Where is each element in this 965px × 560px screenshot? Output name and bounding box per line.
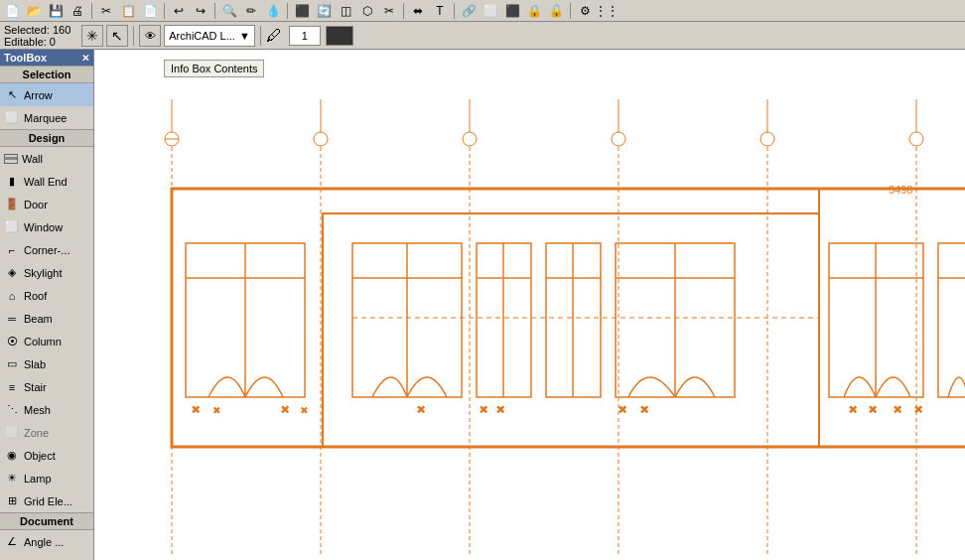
svg-text:✕: ✕ xyxy=(213,406,220,415)
dropper-icon[interactable]: 💧 xyxy=(263,1,283,21)
tool-stair[interactable]: ≡ Stair xyxy=(0,375,93,398)
canvas-area[interactable]: Info Box Contents xyxy=(94,50,965,560)
unlock-icon[interactable]: 🔓 xyxy=(546,1,566,21)
tool-mesh[interactable]: ⋱ Mesh xyxy=(0,398,93,421)
arrow-label: Arrow xyxy=(24,89,53,101)
toolbox: ToolBox ✕ Selection ↖ Arrow ⬜ Marquee De… xyxy=(0,50,94,560)
redo-icon[interactable]: ↪ xyxy=(191,1,210,21)
tool-object[interactable]: ◉ Object xyxy=(0,444,93,467)
sep4 xyxy=(287,3,288,19)
sep8 xyxy=(133,26,134,46)
section-selection: Selection xyxy=(0,66,93,83)
tool-roof[interactable]: ⌂ Roof xyxy=(0,284,93,307)
archicad-dropdown[interactable]: ArchiCAD L... ▼ xyxy=(164,25,255,47)
tool-zone[interactable]: ⬜ Zone xyxy=(0,421,93,444)
dimension-icon[interactable]: ⬌ xyxy=(408,1,428,21)
rotate-icon[interactable]: 🔄 xyxy=(314,1,334,21)
svg-text:✕: ✕ xyxy=(281,404,289,415)
svg-text:✕: ✕ xyxy=(417,404,425,415)
toolbar-second: Selected: 160 Editable: 0 ✳ ↖ 👁 ArchiCAD… xyxy=(0,22,965,50)
tool-grid-ele[interactable]: ⊞ Grid Ele... xyxy=(0,490,93,512)
new-icon[interactable]: 📄 xyxy=(2,1,22,21)
more-icon[interactable]: ⋮⋮ xyxy=(597,1,617,21)
stair-label: Stair xyxy=(24,381,47,393)
undo-icon[interactable]: ↩ xyxy=(169,1,189,21)
pen-number-input[interactable] xyxy=(289,26,321,46)
pen-icon[interactable]: ✏ xyxy=(241,1,261,21)
pen-color-box[interactable] xyxy=(326,26,353,46)
text-icon[interactable]: T xyxy=(430,1,450,21)
slab-label: Slab xyxy=(24,358,46,370)
object-label: Object xyxy=(24,450,56,462)
mirror-icon[interactable]: ◫ xyxy=(336,1,355,21)
trim-icon[interactable]: ✂ xyxy=(379,1,399,21)
grid-ele-icon: ⊞ xyxy=(4,493,20,509)
tool-skylight[interactable]: ◈ Skylight xyxy=(0,261,93,284)
toolbox-header: ToolBox ✕ xyxy=(0,50,93,66)
tool-column[interactable]: ⦿ Column xyxy=(0,330,93,352)
angle-label: Angle ... xyxy=(24,536,64,548)
toolbox-close-btn[interactable]: ✕ xyxy=(81,53,89,64)
tool-beam[interactable]: ═ Beam xyxy=(0,307,93,330)
pen-indicator: 🖊 xyxy=(266,27,282,45)
svg-text:✕: ✕ xyxy=(849,404,857,415)
sep5 xyxy=(403,3,404,19)
zone-icon: ⬜ xyxy=(4,425,20,441)
selection-settings-btn[interactable]: ✳ xyxy=(81,25,103,47)
roof-icon: ⌂ xyxy=(4,288,20,304)
window-label: Window xyxy=(24,221,63,233)
selection-arrow-btn[interactable]: ↖ xyxy=(106,25,128,47)
cut-icon[interactable]: ✂ xyxy=(96,1,116,21)
settings-icon[interactable]: ⚙ xyxy=(575,1,595,21)
print-icon[interactable]: 🖨 xyxy=(68,1,87,21)
tool-angle[interactable]: ∠ Angle ... xyxy=(0,530,93,553)
mesh-icon: ⋱ xyxy=(4,402,20,418)
zoom-icon[interactable]: 🔍 xyxy=(219,1,239,21)
sep7 xyxy=(570,3,571,19)
svg-point-11 xyxy=(909,132,923,146)
corner-label: Corner-... xyxy=(24,244,69,256)
tool-corner[interactable]: ⌐ Corner-... xyxy=(0,238,93,261)
open-icon[interactable]: 📂 xyxy=(24,1,44,21)
toolbox-title: ToolBox xyxy=(4,52,47,64)
marquee-label: Marquee xyxy=(24,112,67,124)
svg-rect-23 xyxy=(323,213,819,447)
wall-label: Wall xyxy=(22,153,43,165)
sep6 xyxy=(454,3,455,19)
eye-btn[interactable]: 👁 xyxy=(139,25,161,47)
svg-text:✕: ✕ xyxy=(619,404,626,415)
svg-text:✕: ✕ xyxy=(496,404,504,415)
grid-ele-label: Grid Ele... xyxy=(24,495,72,507)
tool-arrow[interactable]: ↖ Arrow xyxy=(0,83,93,106)
svg-rect-24 xyxy=(819,189,965,447)
ungroup-icon[interactable]: ⬛ xyxy=(502,1,522,21)
tool-lamp[interactable]: ☀ Lamp xyxy=(0,467,93,490)
section-design: Design xyxy=(0,129,93,147)
sep9 xyxy=(260,26,261,46)
sep2 xyxy=(164,3,165,19)
tool-slab[interactable]: ▭ Slab xyxy=(0,352,93,375)
tool-door[interactable]: 🚪 Door xyxy=(0,193,93,215)
slab-icon: ▭ xyxy=(4,356,20,372)
svg-rect-56 xyxy=(938,243,965,397)
toolbar-top: 📄 📂 💾 🖨 ✂ 📋 📄 ↩ ↪ 🔍 ✏ 💧 ⬛ 🔄 ◫ ⬡ ✂ ⬌ T 🔗 … xyxy=(0,0,965,22)
tool-wall-end[interactable]: ▮ Wall End xyxy=(0,170,93,193)
select-icon[interactable]: ⬛ xyxy=(292,1,312,21)
group-icon[interactable]: ⬜ xyxy=(481,1,500,21)
connect-icon[interactable]: 🔗 xyxy=(459,1,479,21)
window-icon: ⬜ xyxy=(4,219,20,235)
toolbox-scroll[interactable]: Selection ↖ Arrow ⬜ Marquee Design Wall … xyxy=(0,66,93,560)
mesh-label: Mesh xyxy=(24,404,51,416)
floor-plan: 3498 ✕ ✕ ✕ ✕ xyxy=(154,79,965,556)
lamp-label: Lamp xyxy=(24,473,52,485)
save-icon[interactable]: 💾 xyxy=(46,1,66,21)
copy-icon[interactable]: 📋 xyxy=(118,1,138,21)
beam-icon: ═ xyxy=(4,311,20,327)
paste-icon[interactable]: 📄 xyxy=(140,1,160,21)
tool-marquee[interactable]: ⬜ Marquee xyxy=(0,106,93,129)
tool-window[interactable]: ⬜ Window xyxy=(0,215,93,238)
tool-wall[interactable]: Wall xyxy=(0,147,93,170)
selected-count: Selected: 160 xyxy=(4,24,70,36)
offset-icon[interactable]: ⬡ xyxy=(357,1,377,21)
lock-icon[interactable]: 🔒 xyxy=(524,1,544,21)
